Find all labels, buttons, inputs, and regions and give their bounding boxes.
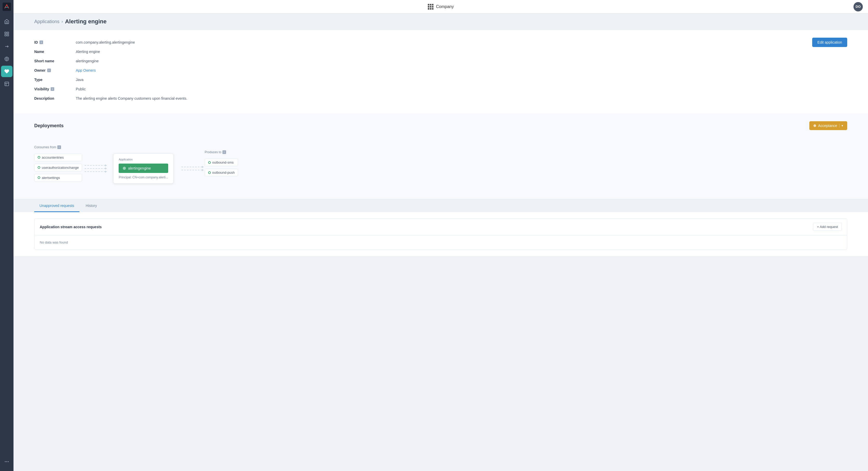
tabs-bar: Unapproved requests History	[13, 199, 868, 212]
value-visibility: Public	[76, 87, 242, 91]
add-request-button[interactable]: + Add request	[813, 223, 842, 231]
env-dropdown-arrow: ▾	[839, 124, 843, 127]
svg-rect-10	[5, 82, 9, 86]
svg-point-15	[8, 461, 8, 462]
owner-info-icon: i	[47, 68, 51, 72]
value-short-name: alertingengine	[76, 59, 242, 63]
label-type: Type	[34, 78, 76, 82]
label-visibility: Visibility i	[34, 87, 76, 91]
value-id: com.company.alerting.alertingengine	[76, 40, 242, 45]
label-owner: Owner i	[34, 68, 76, 72]
svg-point-13	[5, 461, 6, 462]
env-dot	[813, 124, 816, 127]
produce-label-sms: outbound-sms	[212, 160, 234, 164]
svg-point-14	[6, 461, 7, 462]
app-node-name: alertingengine	[128, 166, 151, 170]
produces-label: Produces to i	[205, 150, 238, 154]
topnav: Company DO	[13, 0, 868, 13]
produce-dot-sms	[208, 161, 211, 164]
consume-dot-accountentries	[38, 156, 40, 159]
detail-row-owner: Owner i App Owners	[34, 66, 242, 75]
detail-row-id: ID i com.company.alerting.alertingengine	[34, 38, 242, 47]
app-node-dot	[123, 167, 126, 170]
svg-rect-1	[5, 32, 6, 34]
svg-rect-2	[7, 32, 9, 34]
sidebar-item-dashboard[interactable]	[1, 28, 12, 40]
requests-empty-message: No data was found	[34, 235, 847, 249]
sidebar	[0, 0, 13, 471]
deployments-title: Deployments	[34, 123, 64, 128]
arrow-2	[85, 168, 105, 169]
arrow-3	[85, 171, 105, 172]
produce-tag-sms[interactable]: outbound-sms	[205, 159, 238, 166]
arrow-1	[85, 165, 105, 166]
app-details-section: Edit application ID i com.company.alerti…	[13, 30, 868, 114]
svg-rect-3	[5, 34, 6, 36]
tabs-section: Unapproved requests History	[13, 199, 868, 212]
environment-label: Acceptance	[818, 124, 837, 128]
value-description: The alerting engine alerts Company custo…	[76, 96, 242, 100]
deployments-header: Deployments Acceptance ▾	[34, 121, 847, 130]
arrow-right-2	[181, 170, 202, 170]
label-name: Name	[34, 50, 76, 54]
visibility-info-icon: i	[51, 87, 54, 91]
consume-tag-accountentries[interactable]: accountentries	[34, 154, 82, 161]
produce-label-push: outbound-push	[212, 171, 235, 175]
breadcrumb: Applications › Alerting engine	[34, 18, 847, 25]
company-name: Company	[436, 4, 454, 9]
sidebar-item-box[interactable]	[1, 78, 12, 90]
consume-tag-alertsettings[interactable]: alertsettings	[34, 174, 82, 181]
tab-unapproved-requests[interactable]: Unapproved requests	[34, 199, 80, 212]
main-wrapper: Applications › Alerting engine Edit appl…	[13, 0, 868, 471]
breadcrumb-separator: ›	[62, 19, 63, 24]
breadcrumb-current: Alerting engine	[65, 18, 106, 25]
app-node-principal: Principal: CN=com.company.alerti...	[119, 176, 168, 179]
company-nav[interactable]: Company	[428, 4, 454, 9]
logo[interactable]	[3, 3, 11, 12]
edit-application-button[interactable]: Edit application	[812, 38, 847, 47]
value-owner[interactable]: App Owners	[76, 68, 242, 72]
arrow-right-1	[181, 167, 202, 167]
consume-label-alertsettings: alertsettings	[42, 176, 60, 180]
consume-label-userauth: userauthorizationchange	[42, 166, 79, 170]
sidebar-item-more[interactable]	[1, 456, 12, 467]
left-arrows	[82, 165, 108, 172]
label-id: ID i	[34, 40, 76, 45]
sidebar-item-target[interactable]	[1, 53, 12, 65]
consumes-info-icon: i	[57, 145, 61, 149]
value-name: Alerting engine	[76, 50, 242, 54]
app-card-name: alertingengine	[119, 164, 168, 173]
detail-table: ID i com.company.alerting.alertingengine…	[34, 38, 242, 103]
sidebar-item-heart[interactable]	[1, 66, 12, 77]
requests-card: Application stream access requests + Add…	[34, 218, 847, 250]
id-info-icon: i	[39, 40, 43, 44]
detail-row-description: Description The alerting engine alerts C…	[34, 94, 242, 103]
sidebar-item-transfer[interactable]	[1, 41, 12, 52]
requests-card-title: Application stream access requests	[40, 225, 102, 229]
consumes-label: Consumes from i	[34, 145, 82, 149]
consume-tag-userauthorizationchange[interactable]: userauthorizationchange	[34, 164, 82, 171]
deployments-section: Deployments Acceptance ▾ Consumes from i…	[13, 114, 868, 199]
svg-point-7	[6, 58, 8, 60]
tab-history[interactable]: History	[81, 199, 102, 212]
sidebar-item-home[interactable]	[1, 16, 12, 27]
app-node-card: Application alertingengine Principal: CN…	[113, 153, 174, 183]
detail-row-name: Name Alerting engine	[34, 47, 242, 56]
consume-dot-userauth	[38, 166, 40, 169]
consume-label-accountentries: accountentries	[42, 155, 64, 159]
right-arrows	[179, 167, 205, 170]
consumes-column: Consumes from i accountentries userautho…	[34, 145, 82, 181]
produce-tag-push[interactable]: outbound-push	[205, 169, 238, 176]
environment-button[interactable]: Acceptance ▾	[809, 121, 847, 130]
requests-section: Application stream access requests + Add…	[13, 212, 868, 256]
label-description: Description	[34, 96, 76, 100]
grid-icon	[428, 4, 433, 9]
produces-column: Produces to i outbound-sms outbound-push	[205, 150, 238, 176]
user-avatar[interactable]: DO	[854, 2, 863, 11]
produce-dot-push	[208, 171, 211, 174]
svg-rect-4	[7, 34, 9, 36]
deployment-diagram: Consumes from i accountentries userautho…	[34, 138, 847, 189]
consume-dot-alertsettings	[38, 176, 40, 179]
detail-row-type: Type Java	[34, 75, 242, 84]
breadcrumb-parent[interactable]: Applications	[34, 19, 59, 24]
